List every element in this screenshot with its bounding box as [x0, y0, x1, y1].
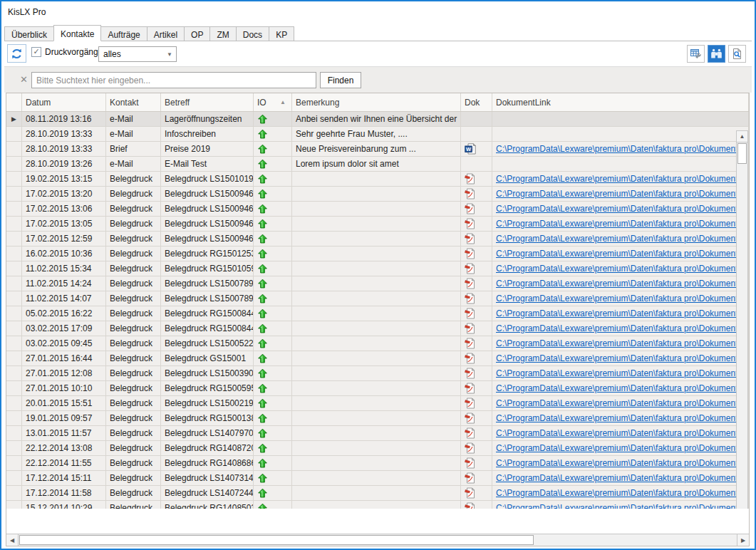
document-link[interactable]: C:\ProgramData\Lexware\premium\Daten\fak…: [496, 279, 749, 289]
document-link[interactable]: C:\ProgramData\Lexware\premium\Daten\fak…: [496, 443, 749, 453]
scroll-left-icon[interactable]: ◀: [6, 534, 19, 546]
pdf-file-icon[interactable]: [465, 323, 476, 334]
pdf-file-icon[interactable]: [465, 427, 476, 439]
table-row[interactable]: 17.02.2015 13:20BelegdruckBelegdruck LS1…: [6, 187, 749, 202]
pdf-file-icon[interactable]: [465, 457, 476, 469]
find-panel-toggle-button[interactable]: [708, 45, 725, 63]
horizontal-scrollbar[interactable]: ◀ ▶: [6, 534, 749, 546]
table-row[interactable]: 16.02.2015 10:36BelegdruckBelegdruck RG1…: [6, 247, 749, 261]
grid-settings-button[interactable]: [687, 45, 705, 63]
table-row[interactable]: 17.12.2014 11:58BelegdruckBelegdruck LS1…: [6, 486, 749, 501]
table-row[interactable]: 03.02.2015 17:09BelegdruckBelegdruck RG1…: [6, 321, 749, 336]
document-link[interactable]: C:\ProgramData\Lexware\premium\Daten\fak…: [496, 413, 749, 423]
document-link[interactable]: C:\ProgramData\Lexware\premium\Daten\fak…: [496, 189, 749, 199]
horizontal-scroll-thumb[interactable]: [19, 535, 534, 545]
tab-auftr-ge[interactable]: Aufträge: [100, 26, 147, 41]
pdf-file-icon[interactable]: [465, 308, 476, 319]
vertical-scrollbar[interactable]: ▲ ▼: [736, 130, 748, 509]
table-row[interactable]: 22.12.2014 13:08BelegdruckBelegdruck RG1…: [6, 441, 749, 456]
pdf-file-icon[interactable]: [465, 203, 476, 214]
table-row[interactable]: 17.02.2015 13:06BelegdruckBelegdruck LS1…: [6, 202, 749, 217]
document-link[interactable]: C:\ProgramData\Lexware\premium\Daten\fak…: [496, 294, 749, 303]
pdf-file-icon[interactable]: [465, 412, 476, 424]
table-row[interactable]: 28.10.2019 13:26e-MailE-Mail TestLorem i…: [6, 157, 749, 172]
table-row[interactable]: 05.02.2015 16:22BelegdruckBelegdruck RG1…: [6, 306, 749, 321]
pdf-file-icon[interactable]: [465, 263, 476, 274]
table-row[interactable]: 19.02.2015 13:15BelegdruckBelegdruck LS1…: [6, 172, 749, 187]
table-row[interactable]: 17.12.2014 15:11BelegdruckBelegdruck LS1…: [6, 471, 749, 486]
pdf-file-icon[interactable]: [465, 278, 476, 289]
document-link[interactable]: C:\ProgramData\Lexware\premium\Daten\fak…: [496, 338, 749, 348]
table-row[interactable]: 11.02.2015 14:07BelegdruckBelegdruck LS1…: [6, 291, 749, 306]
table-row[interactable]: 17.02.2015 13:05BelegdruckBelegdruck LS1…: [6, 217, 749, 232]
scroll-right-icon[interactable]: ▶: [737, 534, 749, 546]
tab-kontakte[interactable]: Kontakte: [53, 25, 101, 41]
table-row[interactable]: 19.01.2015 09:57BelegdruckBelegdruck RG1…: [6, 411, 749, 426]
document-link[interactable]: C:\ProgramData\Lexware\premium\Daten\fak…: [496, 174, 749, 184]
word-file-icon[interactable]: W: [465, 143, 477, 155]
pdf-file-icon[interactable]: [465, 218, 476, 229]
clear-search-icon[interactable]: ✕: [20, 74, 28, 85]
find-button[interactable]: Finden: [320, 72, 361, 88]
table-row[interactable]: 28.10.2019 13:33BriefPreise 2019Neue Pre…: [6, 142, 749, 157]
table-row[interactable]: 20.01.2015 15:51BelegdruckBelegdruck LS1…: [6, 396, 749, 411]
table-row[interactable]: 03.02.2015 09:45BelegdruckBelegdruck LS1…: [6, 336, 749, 351]
table-row[interactable]: 27.01.2015 16:44BelegdruckBelegdruck GS1…: [6, 351, 749, 366]
vertical-scroll-thumb[interactable]: [737, 143, 747, 164]
document-link[interactable]: C:\ProgramData\Lexware\premium\Daten\fak…: [496, 398, 749, 408]
document-link[interactable]: C:\ProgramData\Lexware\premium\Daten\fak…: [496, 473, 749, 483]
pdf-file-icon[interactable]: [465, 338, 476, 349]
pdf-file-icon[interactable]: [465, 487, 476, 499]
tab-artikel[interactable]: Artikel: [147, 26, 185, 41]
pdf-file-icon[interactable]: [465, 383, 476, 394]
pdf-file-icon[interactable]: [465, 353, 476, 364]
checkbox-check-icon[interactable]: [31, 47, 41, 57]
document-link[interactable]: C:\ProgramData\Lexware\premium\Daten\fak…: [496, 234, 749, 244]
pdf-file-icon[interactable]: [465, 502, 476, 509]
pdf-file-icon[interactable]: [465, 293, 476, 304]
pdf-file-icon[interactable]: [465, 368, 476, 379]
druckvorgaenge-checkbox[interactable]: Druckvorgänge: [31, 47, 103, 57]
table-row[interactable]: 17.02.2015 12:59BelegdruckBelegdruck LS1…: [6, 232, 749, 247]
pdf-file-icon[interactable]: [465, 398, 476, 409]
document-link[interactable]: C:\ProgramData\Lexware\premium\Daten\fak…: [496, 353, 749, 363]
document-link[interactable]: C:\ProgramData\Lexware\premium\Daten\fak…: [496, 428, 749, 438]
document-link[interactable]: C:\ProgramData\Lexware\premium\Daten\fak…: [496, 264, 749, 274]
document-link[interactable]: C:\ProgramData\Lexware\premium\Daten\fak…: [496, 308, 749, 318]
document-link[interactable]: C:\ProgramData\Lexware\premium\Daten\fak…: [496, 204, 749, 214]
document-link[interactable]: C:\ProgramData\Lexware\premium\Daten\fak…: [496, 144, 749, 154]
column-header-io[interactable]: IO▲: [254, 93, 292, 111]
search-input[interactable]: [31, 72, 316, 88]
table-row[interactable]: 22.12.2014 11:55BelegdruckBelegdruck RG1…: [6, 456, 749, 471]
column-header-dok[interactable]: Dok: [461, 93, 492, 111]
document-link[interactable]: C:\ProgramData\Lexware\premium\Daten\fak…: [496, 383, 749, 393]
tab-zm[interactable]: ZM: [209, 26, 236, 41]
tab-op[interactable]: OP: [184, 26, 210, 41]
pdf-file-icon[interactable]: [465, 472, 476, 484]
pdf-file-icon[interactable]: [465, 173, 476, 185]
pdf-file-icon[interactable]: [465, 188, 476, 199]
tab-kp[interactable]: KP: [269, 26, 294, 41]
pdf-file-icon[interactable]: [465, 442, 476, 454]
column-header-betreff[interactable]: Betreff: [161, 93, 254, 111]
tab-docs[interactable]: Docs: [236, 26, 269, 41]
table-row[interactable]: 28.10.2019 13:33e-MailInfoschreibenSehr …: [6, 127, 749, 142]
column-header-kontakt[interactable]: Kontakt: [106, 93, 161, 111]
table-row[interactable]: 11.02.2015 14:24BelegdruckBelegdruck LS1…: [6, 276, 749, 291]
column-header-datum[interactable]: Datum: [22, 93, 106, 111]
refresh-button[interactable]: [7, 44, 26, 63]
document-link[interactable]: C:\ProgramData\Lexware\premium\Daten\fak…: [496, 323, 749, 333]
document-link[interactable]: C:\ProgramData\Lexware\premium\Daten\fak…: [496, 503, 749, 509]
pdf-file-icon[interactable]: [465, 248, 476, 259]
table-row[interactable]: 27.01.2015 10:10BelegdruckBelegdruck RG1…: [6, 381, 749, 396]
document-link[interactable]: C:\ProgramData\Lexware\premium\Daten\fak…: [496, 249, 749, 259]
document-link[interactable]: C:\ProgramData\Lexware\premium\Daten\fak…: [496, 368, 749, 378]
pdf-file-icon[interactable]: [465, 233, 476, 244]
column-header-link[interactable]: DokumentLink: [492, 93, 749, 111]
scroll-up-icon[interactable]: ▲: [737, 131, 747, 142]
document-link[interactable]: C:\ProgramData\Lexware\premium\Daten\fak…: [496, 219, 749, 229]
table-row[interactable]: 15.12.2014 10:29BelegdruckBelegdruck RG1…: [6, 501, 749, 509]
table-row[interactable]: 13.01.2015 11:57BelegdruckBelegdruck LS1…: [6, 426, 749, 441]
table-row[interactable]: 27.01.2015 12:08BelegdruckBelegdruck LS1…: [6, 366, 749, 381]
filter-dropdown[interactable]: alles ▼: [98, 46, 177, 62]
